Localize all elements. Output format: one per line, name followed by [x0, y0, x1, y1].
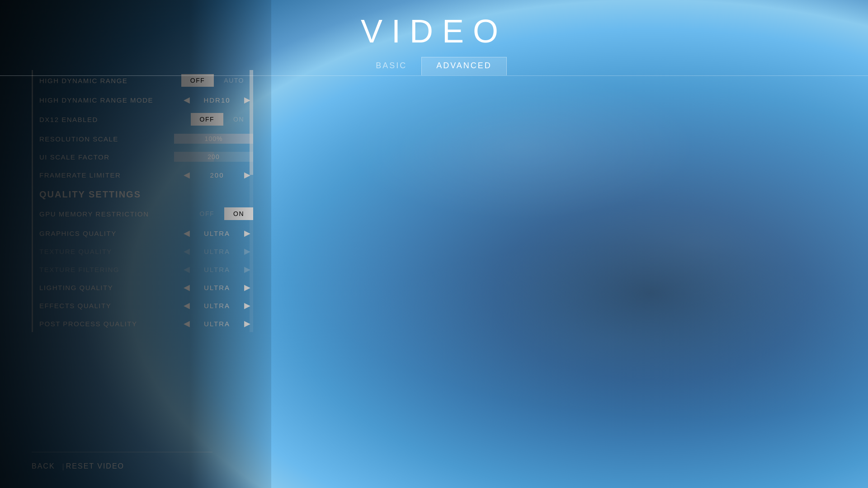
tab-advanced[interactable]: ADVANCED — [421, 57, 507, 75]
tabs-container: BASIC ADVANCED — [0, 57, 868, 76]
page-title: VIDEO — [361, 13, 507, 50]
page-wrapper: VIDEO BASIC ADVANCED — [0, 0, 868, 488]
tab-basic[interactable]: BASIC — [361, 57, 421, 75]
